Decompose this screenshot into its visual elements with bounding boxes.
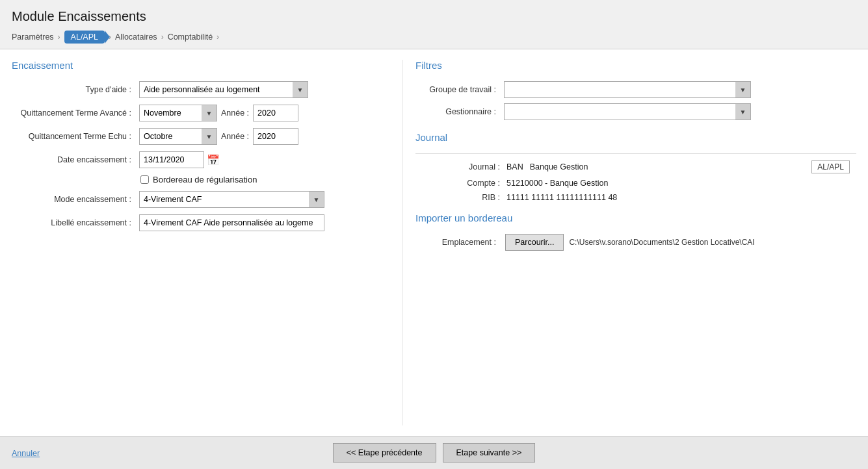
groupe-travail-label: Groupe de travail : (415, 85, 500, 94)
importer-section-title: Importer un bordereau (415, 212, 856, 223)
prev-step-button[interactable]: << Etape précédente (333, 443, 436, 463)
quittancement-echu-month-select[interactable]: Octobre (139, 128, 217, 145)
quittancement-echu-row: Quittancement Terme Echu : Octobre ▼ Ann… (12, 128, 389, 145)
libelle-row: Libellé encaissement : (12, 214, 389, 231)
libelle-input[interactable] (139, 214, 324, 231)
quittancement-avance-month-wrapper: Novembre ▼ (139, 105, 217, 121)
journal-info: Journal : BAN Banque Gestion AL/APL Comp… (415, 160, 856, 202)
breadcrumb: Paramètres › AL/APL › Allocataires › Com… (0, 28, 868, 49)
quittancement-avance-row: Quittancement Terme Avancé : Novembre ▼ … (12, 105, 389, 121)
libelle-label: Libellé encaissement : (12, 218, 135, 227)
journal-code: BAN (506, 162, 523, 171)
type-aide-label: Type d'aide : (12, 85, 135, 94)
type-aide-row: Type d'aide : Aide personnalisée au loge… (12, 81, 389, 98)
mode-encaissement-row: Mode encaissement : 4-Virement CAF ▼ (12, 191, 389, 208)
breadcrumb-alapl[interactable]: AL/APL (64, 31, 105, 44)
quittancement-echu-annee-label: Année : (221, 132, 249, 141)
mode-encaissement-select[interactable]: 4-Virement CAF (139, 191, 324, 208)
bordereau-label[interactable]: Bordereau de régularisation (153, 175, 257, 184)
compte-label: Compte : (454, 179, 500, 188)
app-title: Module Encaissements (12, 9, 856, 24)
gestionnaire-select-wrapper: ▼ (504, 103, 751, 120)
compte-row: Compte : 51210000 - Banque Gestion (454, 179, 856, 188)
emplacement-label: Emplacement : (415, 238, 500, 247)
footer: Annuler << Etape précédente Etape suivan… (0, 436, 868, 469)
rib-value: 11111 11111 11111111111 48 (506, 193, 617, 202)
groupe-travail-select-wrapper: ▼ (504, 81, 751, 98)
groupe-travail-row: Groupe de travail : ▼ (415, 81, 856, 98)
mode-encaissement-select-wrapper: 4-Virement CAF ▼ (139, 191, 324, 208)
journal-name: Banque Gestion (530, 162, 588, 171)
journal-section: Journal Journal : BAN Banque Gestion AL/… (415, 132, 856, 202)
footer-left: Annuler (12, 448, 333, 458)
calendar-icon[interactable]: 📅 (207, 154, 220, 166)
quittancement-avance-label: Quittancement Terme Avancé : (12, 108, 135, 118)
date-input-wrapper: 📅 (139, 151, 220, 168)
mode-encaissement-label: Mode encaissement : (12, 195, 135, 204)
quittancement-avance-annee-input[interactable] (253, 105, 298, 121)
bordereau-checkbox[interactable] (140, 175, 149, 184)
date-encaissement-row: Date encaissement : 📅 (12, 151, 389, 168)
parcourir-button[interactable]: Parcourir... (505, 234, 564, 251)
type-aide-select-wrapper: Aide personnalisée au logement ▼ (139, 81, 308, 98)
encaissement-section-title: Encaissement (12, 60, 389, 71)
quittancement-echu-annee-input[interactable] (253, 128, 298, 145)
importer-section: Importer un bordereau Emplacement : Parc… (415, 212, 856, 251)
emplacement-row: Emplacement : Parcourir... C:\Users\v.so… (415, 234, 856, 251)
date-encaissement-input[interactable] (139, 151, 204, 168)
breadcrumb-sep-1: › (58, 32, 60, 42)
breadcrumb-sep-4: › (217, 32, 219, 42)
filtres-section-title: Filtres (415, 60, 856, 71)
breadcrumb-allocataires[interactable]: Allocataires (115, 32, 157, 42)
quittancement-avance-month-select[interactable]: Novembre (139, 105, 217, 121)
gestionnaire-row: Gestionnaire : ▼ (415, 103, 856, 120)
breadcrumb-sep-3: › (161, 32, 164, 42)
type-aide-select[interactable]: Aide personnalisée au logement (139, 81, 308, 98)
rib-row: RIB : 11111 11111 11111111111 48 (454, 193, 856, 202)
quittancement-echu-label: Quittancement Terme Echu : (12, 132, 135, 141)
compte-value: 51210000 - Banque Gestion (506, 179, 608, 188)
journal-section-title: Journal (415, 132, 856, 143)
gestionnaire-select[interactable] (504, 103, 751, 120)
next-step-button[interactable]: Etape suivante >> (443, 443, 536, 463)
annuler-button[interactable]: Annuler (12, 449, 40, 458)
quittancement-avance-annee-label: Année : (221, 108, 249, 118)
groupe-travail-select[interactable] (504, 81, 751, 98)
file-path: C:\Users\v.sorano\Documents\2 Gestion Lo… (569, 238, 754, 247)
quittancement-echu-month-wrapper: Octobre ▼ (139, 128, 217, 145)
breadcrumb-parametres[interactable]: Paramètres (12, 32, 54, 42)
bordereau-row: Bordereau de régularisation (140, 175, 389, 184)
journal-row: Journal : BAN Banque Gestion AL/APL (454, 160, 856, 173)
journal-label: Journal : (454, 162, 500, 171)
gestionnaire-label: Gestionnaire : (415, 107, 500, 116)
rib-label: RIB : (454, 193, 500, 202)
al-apl-badge: AL/APL (811, 160, 850, 173)
breadcrumb-comptabilite[interactable]: Comptabilité (168, 32, 213, 42)
date-encaissement-label: Date encaissement : (12, 155, 135, 164)
footer-center: << Etape précédente Etape suivante >> (333, 443, 536, 463)
filtres-section: Filtres Groupe de travail : ▼ Gestionnai… (415, 60, 856, 120)
